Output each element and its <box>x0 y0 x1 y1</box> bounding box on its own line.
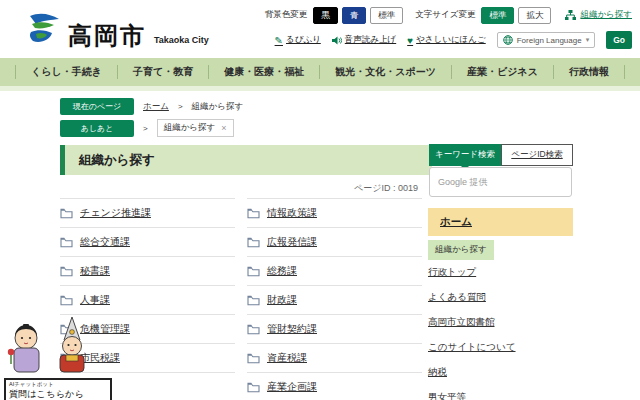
bg-black-button[interactable]: 黒 <box>313 7 338 24</box>
chatbot-button[interactable]: AIチャットボット 質問はこちらから <box>4 378 112 400</box>
folder-icon <box>247 266 260 277</box>
sidebar-org-search-chip[interactable]: 組織から探す <box>428 240 494 260</box>
nav-item-gyosei[interactable]: 行政情報 <box>553 65 625 79</box>
bg-color-label: 背景色変更 <box>265 9 308 21</box>
sidebar-item-faq[interactable]: よくある質問 <box>428 291 516 302</box>
ruby-link[interactable]: ✎ るびふり <box>275 34 321 46</box>
chevron-down-icon: ▾ <box>586 36 590 44</box>
dept-label: 管財契約課 <box>267 322 317 336</box>
dept-label: 資産税課 <box>267 351 307 365</box>
department-list: チェンジ推進課 総合交通課 秘書課 人事課 危機管理課 市民税課 <box>60 198 422 400</box>
sidebar-item-danjo[interactable]: 男女平等 <box>428 391 516 400</box>
page: 高岡市 Takaoka City 背景色変更 黒 青 標準 文字サイズ変更 標準… <box>0 0 640 400</box>
dept-link-change-suishin[interactable]: チェンジ推進課 <box>60 199 235 228</box>
search-input[interactable] <box>430 168 571 196</box>
current-page-badge: 現在のページ <box>60 98 134 115</box>
sidebar-item-library[interactable]: 高岡市立図書館 <box>428 316 516 327</box>
chatbot-label-small: AIチャットボット <box>9 381 107 388</box>
globe-icon <box>503 35 513 45</box>
site-logo[interactable]: 高岡市 Takaoka City <box>26 10 209 48</box>
dept-link-sogo-kotsu[interactable]: 総合交通課 <box>60 228 235 257</box>
sidebar-item-nozei[interactable]: 納税 <box>428 366 516 377</box>
heart-icon: ♥ <box>407 35 413 46</box>
search-tabs: キーワード検索 ページID検索 <box>429 144 573 166</box>
bg-standard-button[interactable]: 標準 <box>370 7 403 24</box>
dept-label: チェンジ推進課 <box>80 206 151 220</box>
folder-icon <box>247 208 260 219</box>
takaoka-logo-icon <box>26 10 62 48</box>
folder-icon <box>60 295 73 306</box>
breadcrumb-current: 組織から探す <box>192 101 244 113</box>
breadcrumb: 現在のページ ホーム > 組織から探す <box>60 98 243 115</box>
footprint-badge: あしあと <box>60 120 134 137</box>
footprint-row: あしあと > 組織から探す × <box>60 119 234 137</box>
font-large-button[interactable]: 拡大 <box>518 7 551 24</box>
dept-link-koho-hasshin[interactable]: 広報発信課 <box>247 228 422 257</box>
utility-row-1: 背景色変更 黒 青 標準 文字サイズ変更 標準 拡大 組織から探す <box>257 7 632 24</box>
dept-link-shisanzei[interactable]: 資産税課 <box>247 344 422 373</box>
dept-link-zaisei[interactable]: 財政課 <box>247 286 422 315</box>
department-column-right: 情報政策課 広報発信課 総務課 財政課 管財契約課 資産税課 <box>247 198 422 400</box>
sidebar-links: 行政トップ よくある質問 高岡市立図書館 このサイトについて 納税 男女平等 <box>428 266 516 400</box>
site-name-en: Takaoka City <box>154 35 209 45</box>
dept-link-somu[interactable]: 総務課 <box>247 257 422 286</box>
chatbot-label-large: 質問はこちらから <box>9 388 107 400</box>
nav-item-kanko[interactable]: 観光・文化・スポーツ <box>319 65 451 79</box>
folder-icon <box>60 208 73 219</box>
footprint-chip[interactable]: 組織から探す × <box>157 119 234 137</box>
dept-link-hisho[interactable]: 秘書課 <box>60 257 235 286</box>
folder-icon <box>247 324 260 335</box>
breadcrumb-home-link[interactable]: ホーム <box>143 101 169 113</box>
speaker-icon <box>332 36 342 45</box>
mascot-characters-icon <box>2 316 102 374</box>
dept-label: 産業企画課 <box>267 380 317 394</box>
tab-pageid-search[interactable]: ページID検索 <box>501 144 573 166</box>
tab-keyword-search[interactable]: キーワード検索 <box>429 144 501 166</box>
header: 高岡市 Takaoka City 背景色変更 黒 青 標準 文字サイズ変更 標準… <box>0 0 640 58</box>
dept-label: 秘書課 <box>80 264 110 278</box>
font-size-label: 文字サイズ変更 <box>415 9 475 21</box>
dept-link-jinji[interactable]: 人事課 <box>60 286 235 315</box>
sidebar-home-label: ホーム <box>440 215 472 227</box>
page-title: 組織から探す <box>60 145 432 175</box>
font-standard-button[interactable]: 標準 <box>481 7 514 24</box>
sidebar-item-home[interactable]: ホーム <box>428 208 573 236</box>
bg-blue-button[interactable]: 青 <box>342 7 367 24</box>
org-chart-icon <box>565 10 576 21</box>
nav-bottom-strip <box>0 86 640 91</box>
nav-item-kurashi[interactable]: くらし・手続き <box>15 65 117 79</box>
nav-item-sangyo[interactable]: 産業・ビジネス <box>451 65 553 79</box>
folder-icon <box>247 382 260 393</box>
global-nav: くらし・手続き 子育て・教育 健康・医療・福祉 観光・文化・スポーツ 産業・ビジ… <box>0 58 640 86</box>
dept-label: 総合交通課 <box>80 235 130 249</box>
site-name: 高岡市 <box>68 24 146 48</box>
dept-link-kanzai-keiyaku[interactable]: 管財契約課 <box>247 315 422 344</box>
folder-icon <box>60 266 73 277</box>
folder-icon <box>60 237 73 248</box>
go-button[interactable]: Go <box>606 31 632 49</box>
close-icon[interactable]: × <box>221 123 226 133</box>
foreign-language-select[interactable]: Foreign Language ▾ <box>497 32 595 48</box>
nav-item-kosodate[interactable]: 子育て・教育 <box>117 65 208 79</box>
foreign-language-label: Foreign Language <box>517 36 582 45</box>
sidebar-item-gyosei-top[interactable]: 行政トップ <box>428 266 516 277</box>
dept-label: 人事課 <box>80 293 110 307</box>
breadcrumb-separator: > <box>178 102 183 111</box>
header-org-search-link[interactable]: 組織から探す <box>565 9 632 21</box>
footprint-separator: > <box>143 124 148 133</box>
pencil-icon: ✎ <box>275 35 283 46</box>
page-id: ページID : 0019 <box>60 182 418 195</box>
speech-link[interactable]: 音声読み上げ <box>332 34 396 46</box>
folder-icon <box>247 353 260 364</box>
folder-icon <box>247 237 260 248</box>
dept-label: 広報発信課 <box>267 235 317 249</box>
nav-item-kenko[interactable]: 健康・医療・福祉 <box>208 65 319 79</box>
ai-chatbot-widget[interactable]: AIチャットボット 質問はこちらから <box>2 316 112 400</box>
dept-link-joho-seisaku[interactable]: 情報政策課 <box>247 199 422 228</box>
footprint-chip-label: 組織から探す <box>164 122 216 134</box>
dept-link-sangyo-kikaku[interactable]: 産業企画課 <box>247 373 422 400</box>
dept-label: 総務課 <box>267 264 297 278</box>
sidebar-item-about-site[interactable]: このサイトについて <box>428 341 516 352</box>
ruby-label: るびふり <box>286 34 321 46</box>
easy-japanese-link[interactable]: ♥ やさしいにほんご <box>407 34 486 46</box>
